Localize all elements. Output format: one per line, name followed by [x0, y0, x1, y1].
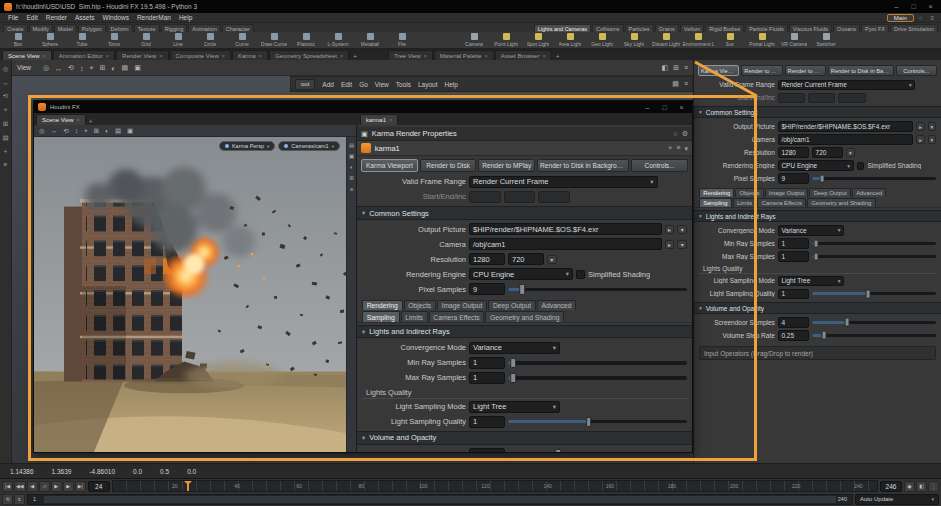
snap-toggle-icon[interactable]: ⊞ — [99, 64, 105, 72]
network-display-icon[interactable]: ▤ — [672, 80, 679, 88]
menu-item[interactable]: Assets — [71, 14, 99, 21]
light-sampling-quality-slider[interactable] — [508, 420, 687, 424]
overflow-menu-icon[interactable]: ≡ — [927, 15, 937, 21]
shelf-tab[interactable]: Drive Simulation — [890, 24, 938, 32]
lights-and-indirect-rays-section[interactable]: ▾Lights and Indirect Rays — [357, 325, 692, 339]
rotate-icon[interactable]: ⟲ — [3, 92, 8, 100]
tools-menu-icon[interactable]: ≡ — [4, 161, 8, 168]
tab-rendering[interactable]: Rendering — [699, 188, 734, 197]
render-to-disk-button[interactable]: Render to Disk — [420, 159, 477, 172]
light-sampling-mode-select[interactable]: Light Tree▾ — [778, 276, 844, 286]
tab-geometry-and-shading[interactable]: Geometry and Shading — [485, 311, 564, 321]
grid-icon[interactable]: ⊞ — [3, 120, 8, 128]
shelf-tool[interactable]: Sky Light — [618, 33, 650, 47]
camera-view-icon[interactable]: ▣ — [134, 64, 141, 72]
tab-rendering[interactable]: Rendering — [362, 300, 403, 310]
wireframe-toggle-icon[interactable]: ▤ — [115, 127, 121, 135]
min-ray-samples-field[interactable]: 1 — [778, 238, 809, 248]
shading-mode-icon[interactable]: ◐ — [111, 65, 115, 72]
help-icon[interactable]: ○ — [916, 15, 926, 21]
snap-toggle-icon[interactable]: ⊞ — [94, 127, 99, 135]
resolution-menu-icon[interactable]: ▾ — [846, 148, 854, 156]
menu-item[interactable]: Render — [42, 14, 71, 21]
valid-frame-range-select[interactable]: Render Current Frame▾ — [469, 176, 658, 188]
render-to-mplay-button[interactable]: Render to MPlay — [785, 65, 826, 76]
screendoor-samples-field[interactable]: 4 — [778, 317, 809, 327]
pane-tab[interactable]: Tree View× — [388, 50, 433, 60]
menu-item[interactable]: Help — [175, 14, 196, 21]
close-button[interactable]: × — [924, 3, 937, 10]
global-range-slider[interactable]: 1 240 — [27, 494, 853, 505]
shelf-tab[interactable]: Lights and Cameras — [534, 24, 591, 32]
convergence-mode-select[interactable]: Variance▾ — [778, 225, 844, 235]
move-tool-icon[interactable]: ↔ — [55, 65, 62, 72]
resolution-height-field[interactable]: 720 — [812, 147, 843, 157]
active-range[interactable] — [44, 496, 836, 503]
volume-step-rate-slider[interactable] — [812, 334, 936, 337]
move-tool-icon[interactable]: ↔ — [51, 127, 58, 134]
network-menu-item[interactable]: Help — [445, 81, 458, 88]
tab-limits[interactable]: Limits — [401, 311, 428, 321]
network-menu-item[interactable]: Add — [322, 81, 334, 88]
timeline[interactable]: 20406080100120140160180200220240 — [112, 480, 878, 492]
tab-sampling[interactable]: Sampling — [362, 311, 400, 321]
simplified-shading-checkbox[interactable] — [576, 270, 585, 279]
shelf-tab[interactable]: Collisions — [592, 24, 624, 32]
update-mode-select[interactable]: Auto Update▾ — [855, 494, 939, 505]
network-menu-item[interactable]: Edit — [341, 81, 352, 88]
pixel-samples-slider[interactable] — [812, 177, 936, 180]
resolution-height-field[interactable]: 720 — [508, 253, 544, 265]
handles-tool-icon[interactable]: ⌖ — [89, 64, 93, 72]
display-toggle-icon[interactable]: ◐ — [350, 164, 353, 170]
camera-field[interactable]: /obj/cam1 — [469, 238, 662, 250]
shelf-tab[interactable]: Viscous Fluids — [789, 24, 832, 32]
tab-deep-output[interactable]: Deep Output — [809, 188, 851, 197]
pane-tab[interactable]: Asset Browser× — [495, 50, 552, 60]
options-icon[interactable]: ≡ — [350, 186, 353, 192]
pane-tab[interactable]: Material Palette× — [434, 50, 494, 60]
layers-icon[interactable]: ▤ — [2, 134, 8, 142]
node-name[interactable]: karma1 — [375, 144, 400, 153]
volume-and-opacity-section[interactable]: ▾Volume and Opacity — [357, 431, 692, 445]
shelf-tool[interactable]: Spot Light — [522, 33, 554, 47]
render-to-disk-in-background-button[interactable]: Render to Disk in Background — [828, 65, 894, 76]
controls-button[interactable]: Controls... — [631, 159, 688, 172]
step-back-button[interactable]: ◀ — [27, 481, 38, 492]
op-chooser-icon[interactable]: ▸ — [916, 135, 924, 143]
output-menu-icon[interactable]: ▾ — [677, 225, 687, 235]
valid-frame-range-select[interactable]: Render Current Frame▾ — [778, 80, 915, 90]
shelf-tab[interactable]: Particle Fluids — [745, 24, 788, 32]
scale-tool-icon[interactable]: ↕ — [80, 65, 84, 72]
shelf-tool[interactable]: File — [386, 33, 418, 47]
camera-menu-icon[interactable]: ▾ — [928, 135, 936, 143]
scale-tool-icon[interactable]: ↕ — [75, 127, 78, 134]
loop-mode-icon[interactable]: ⟲ — [2, 494, 13, 505]
node-dropdown-icon[interactable]: ▾ — [684, 144, 688, 153]
network-menu-item[interactable]: View — [375, 81, 389, 88]
output-picture-field[interactable]: $HIP/render/$HIPNAME.$OS.$F4.exr — [469, 223, 662, 235]
shelf-tab[interactable]: Animation — [188, 24, 220, 32]
shelf-tool[interactable]: Portal Light — [746, 33, 778, 47]
input-operators-drop-area[interactable]: Input Operators (Drag/Drop to render) — [699, 346, 936, 360]
tab-limits[interactable]: Limits — [733, 198, 757, 207]
playhead[interactable] — [187, 481, 189, 491]
wireframe-toggle-icon[interactable]: ▤ — [122, 64, 129, 72]
move-icon[interactable]: ↔ — [2, 79, 9, 86]
menu-item[interactable]: Windows — [99, 14, 133, 21]
screendoor-samples-slider[interactable] — [812, 321, 936, 324]
shelf-tab[interactable]: Model — [54, 24, 77, 32]
shelf-tab[interactable]: Polygon — [78, 24, 106, 32]
tab-image-output[interactable]: Image Output — [765, 188, 809, 197]
shelf-tab[interactable]: Create — [3, 24, 28, 32]
current-frame-field[interactable]: 24 — [88, 481, 110, 492]
rendering-engine-select[interactable]: CPU Engine▾ — [778, 160, 854, 170]
render-to-disk-in-background-button[interactable]: Render to Disk in Background — [537, 159, 629, 172]
pixel-samples-field[interactable]: 9 — [469, 283, 505, 295]
max-ray-samples-field[interactable]: 1 — [469, 372, 505, 384]
light-sampling-quality-field[interactable]: 1 — [778, 289, 809, 299]
select-icon[interactable]: ◎ — [3, 65, 9, 73]
min-ray-samples-field[interactable]: 1 — [469, 357, 505, 369]
menu-item[interactable]: Edit — [22, 14, 41, 21]
render-to-disk-button[interactable]: Render to Disk — [741, 65, 782, 76]
pane-tab[interactable]: Animation Editor× — [53, 50, 115, 60]
